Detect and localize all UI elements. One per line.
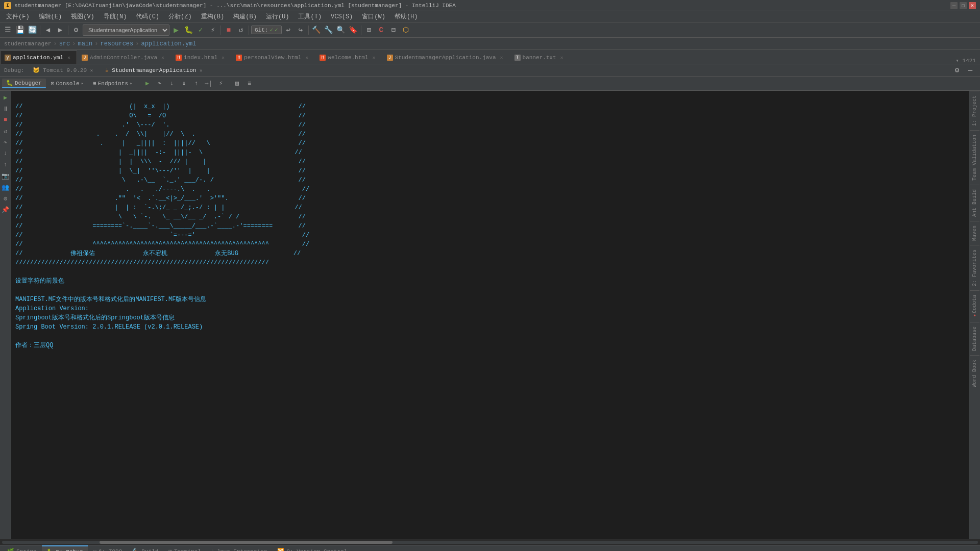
menu-analyze[interactable]: 分析(Z) xyxy=(164,11,196,22)
toolbar-hammer[interactable]: 🔨 xyxy=(311,24,322,36)
run-to-cursor-btn[interactable]: →| xyxy=(203,78,214,89)
menu-view[interactable]: 视图(V) xyxy=(67,11,99,22)
menu-edit[interactable]: 编辑(E) xyxy=(35,11,66,22)
toolbar-run-config[interactable]: ⚙ xyxy=(70,24,82,36)
right-tab-ant-build[interactable]: Ant Build xyxy=(970,185,979,221)
sidebar-pause[interactable]: ⏸ xyxy=(1,104,10,113)
step-out-btn[interactable]: ↑ xyxy=(191,78,202,89)
debug-tomcat-tab[interactable]: 🐱 Tomcat 9.0.20 ✕ xyxy=(29,66,97,74)
profile-button[interactable]: ⚡ xyxy=(207,24,218,36)
debugger-tab[interactable]: 🐛 Debugger xyxy=(2,79,46,88)
frames-btn[interactable]: ▤ xyxy=(232,78,243,89)
tab-close-index-html[interactable]: ✕ xyxy=(219,54,227,61)
minimize-button[interactable]: ─ xyxy=(950,2,958,9)
toolbar-terminal[interactable]: ⊞ xyxy=(363,24,375,36)
tab-close-studentmanagerapplication[interactable]: ✕ xyxy=(498,54,505,61)
run-config-dropdown[interactable]: StudentmanagerApplication xyxy=(83,24,169,36)
sidebar-camera[interactable]: 📷 xyxy=(1,171,10,181)
debug-app-tab[interactable]: ☕ StudentmanagerApplication ✕ xyxy=(101,66,206,74)
debug-settings[interactable]: ⚙ xyxy=(951,65,963,76)
tab-banner[interactable]: T banner.txt ✕ xyxy=(510,51,570,64)
tab-close-admincontroller[interactable]: ✕ xyxy=(159,54,166,61)
tab-welcome[interactable]: H welcome.html ✕ xyxy=(315,51,382,64)
right-tab-maven[interactable]: Maven xyxy=(970,221,979,245)
sidebar-pin[interactable]: 📌 xyxy=(1,205,10,214)
resume-btn[interactable]: ▶ xyxy=(142,78,153,89)
tab-close-personalview[interactable]: ✕ xyxy=(303,54,310,61)
menu-code[interactable]: 代码(C) xyxy=(132,11,163,22)
tab-studentmanagerapplication[interactable]: J StudentmanagerApplication.java ✕ xyxy=(382,51,510,64)
toolbar-back[interactable]: ◀ xyxy=(42,24,54,36)
menu-tools[interactable]: 工具(T) xyxy=(294,11,326,22)
breadcrumb-resources[interactable]: resources xyxy=(100,40,133,47)
menu-run[interactable]: 运行(U) xyxy=(262,11,293,22)
tab-index-html[interactable]: H index.html ✕ xyxy=(171,51,231,64)
menu-refactor[interactable]: 重构(B) xyxy=(197,11,229,22)
debug-button[interactable]: 🐛 xyxy=(183,24,194,36)
coverage-button[interactable]: ✓ xyxy=(195,24,206,36)
git-status[interactable]: Git: ✓ ✓ xyxy=(251,26,282,34)
menu-help[interactable]: 帮助(H) xyxy=(390,11,422,22)
debug-hide[interactable]: — xyxy=(965,65,976,76)
menu-file[interactable]: 文件(F) xyxy=(2,11,34,22)
toolbar-sync[interactable]: 🔄 xyxy=(27,24,38,36)
toolbar-office[interactable]: ⬡ xyxy=(400,24,411,36)
sidebar-resume[interactable]: ▶ xyxy=(1,93,10,102)
console-tab[interactable]: ⊡ Console ▸ xyxy=(47,79,88,88)
right-tab-favorites[interactable]: 2: Favorites xyxy=(970,245,979,290)
tab-personalview[interactable]: H personalView.html ✕ xyxy=(231,51,315,64)
step-over-btn[interactable]: ↷ xyxy=(154,78,165,89)
toolbar-bookmark[interactable]: 🔖 xyxy=(348,24,359,36)
sidebar-step-over[interactable]: ↷ xyxy=(1,138,10,147)
right-tab-word-book[interactable]: Word Book xyxy=(970,355,979,391)
tab-close-application-yml[interactable]: ✕ xyxy=(65,54,72,61)
right-tab-codota[interactable]: Codota xyxy=(970,290,979,322)
toolbar-save[interactable]: 💾 xyxy=(14,24,26,36)
sidebar-stop[interactable]: ■ xyxy=(1,115,10,124)
toolbar-search[interactable]: 🔍 xyxy=(335,24,347,36)
console-output[interactable]: // (| x_x |) // // O\ = /O // // .' \---… xyxy=(11,91,969,539)
tab-admincontroller[interactable]: J AdminController.java ✕ xyxy=(77,51,171,64)
tab-overflow[interactable]: ▾ 1421 xyxy=(955,57,980,64)
bottom-tab-version-control[interactable]: 🔀 9: Version Control xyxy=(272,545,352,552)
breadcrumb-src[interactable]: src xyxy=(59,40,70,47)
toolbar-c[interactable]: C xyxy=(376,24,387,36)
bottom-tab-todo[interactable]: ☑ 6: TODO xyxy=(88,545,127,552)
step-into-btn[interactable]: ↓ xyxy=(166,78,178,89)
sidebar-users[interactable]: 👥 xyxy=(1,183,10,192)
breadcrumb-file[interactable]: application.yml xyxy=(141,40,196,47)
window-controls[interactable]: ─ □ ✕ xyxy=(950,2,976,9)
endpoints-tab[interactable]: ⊞ Endpoints ▸ xyxy=(89,79,136,88)
right-tab-project[interactable]: 1: Project xyxy=(970,91,979,130)
toolbar-sidebar-toggle[interactable]: ☰ xyxy=(2,24,13,36)
stop-button[interactable]: ■ xyxy=(223,24,234,36)
right-tab-team-validation[interactable]: Team Validation xyxy=(970,130,979,185)
tab-close-banner[interactable]: ✕ xyxy=(558,54,566,61)
toolbar-wrench[interactable]: 🔧 xyxy=(323,24,334,36)
update-button[interactable]: ↺ xyxy=(235,24,247,36)
menu-navigate[interactable]: 导航(N) xyxy=(100,11,131,22)
menu-window[interactable]: 窗口(W) xyxy=(358,11,389,22)
bottom-tab-terminal[interactable]: ⊞ Terminal xyxy=(163,545,206,552)
right-tab-database[interactable]: Database xyxy=(970,322,979,355)
sidebar-step-into[interactable]: ↓ xyxy=(1,149,10,158)
bottom-tab-java-enterprise[interactable]: ☕ Java Enterprise xyxy=(206,545,273,552)
evaluate-btn[interactable]: ⚡ xyxy=(215,78,227,89)
tab-application-yml[interactable]: y application.yml ✕ xyxy=(0,51,77,64)
force-step-into-btn[interactable]: ⇓ xyxy=(179,78,190,89)
maximize-button[interactable]: □ xyxy=(960,2,967,9)
run-button[interactable]: ▶ xyxy=(170,24,182,36)
tab-close-welcome[interactable]: ✕ xyxy=(371,54,378,61)
threads-btn[interactable]: ≡ xyxy=(244,78,255,89)
bottom-tab-debug[interactable]: 🐛 5: Debug xyxy=(42,545,88,552)
toolbar-microsoft[interactable]: ⊟ xyxy=(388,24,399,36)
sidebar-settings[interactable]: ⚙ xyxy=(1,194,10,203)
menu-vcs[interactable]: VCS(S) xyxy=(327,12,357,21)
sidebar-step-out[interactable]: ↑ xyxy=(1,160,10,169)
toolbar-redo[interactable]: ↪ xyxy=(295,24,306,36)
toolbar-undo[interactable]: ↩ xyxy=(283,24,294,36)
toolbar-forward[interactable]: ▶ xyxy=(55,24,66,36)
menu-build[interactable]: 构建(B) xyxy=(229,11,261,22)
horizontal-scrollbar[interactable] xyxy=(0,539,980,545)
close-button[interactable]: ✕ xyxy=(969,2,976,9)
